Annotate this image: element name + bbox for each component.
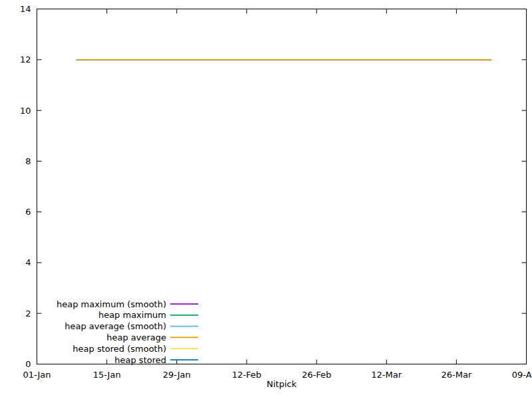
y-tick-label: 6: [25, 207, 31, 217]
x-tick-label: 26-Feb: [302, 370, 331, 380]
y-tick-label: 14: [20, 4, 31, 14]
y-tick-label: 12: [20, 55, 31, 65]
plot-svg: 0246810121401-Jan15-Jan29-Jan12-Feb26-Fe…: [0, 0, 532, 399]
x-tick-label: 29-Jan: [163, 370, 191, 380]
y-tick-label: 4: [25, 257, 31, 267]
y-tick-label: 8: [25, 156, 31, 166]
x-tick-label: 26-Mar: [441, 370, 471, 380]
x-tick-label: 12-Feb: [232, 370, 261, 380]
y-tick-label: 2: [25, 309, 31, 319]
legend-label: heap maximum (smooth): [57, 299, 166, 309]
legend-label: heap average: [106, 332, 166, 342]
x-tick-label: 09-Apr: [512, 370, 532, 380]
legend-label: heap maximum: [98, 310, 166, 320]
legend-label: heap average (smooth): [65, 321, 166, 331]
x-tick-label: 01-Jan: [23, 370, 51, 380]
x-tick-label: 15-Jan: [93, 370, 121, 380]
y-tick-label: 10: [20, 106, 31, 116]
y-tick-label: 0: [25, 359, 31, 369]
legend-label: heap stored (smooth): [72, 344, 166, 354]
chart: 0246810121401-Jan15-Jan29-Jan12-Feb26-Fe…: [0, 0, 532, 399]
x-tick-label: 12-Mar: [371, 370, 402, 380]
legend-label: heap stored: [114, 355, 166, 365]
x-axis-title: Nitpick: [267, 379, 297, 389]
